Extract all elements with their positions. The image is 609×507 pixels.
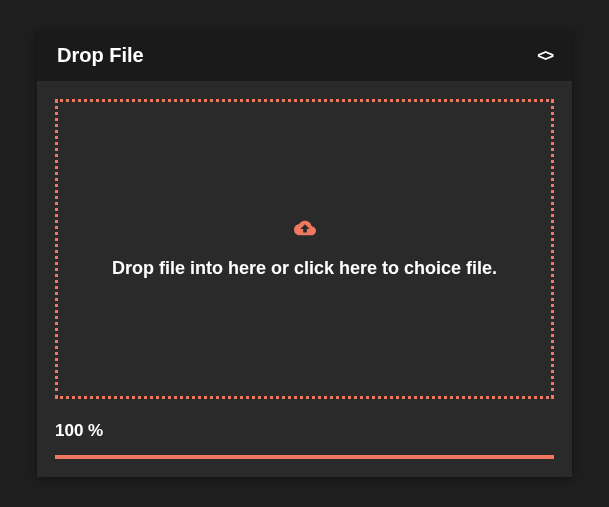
code-toggle-icon[interactable]: <> [537,47,552,65]
card-title: Drop File [57,44,144,67]
file-dropzone[interactable]: Drop file into here or click here to cho… [55,99,554,399]
progress-bar [55,455,554,459]
progress-label: 100 % [55,421,554,441]
progress-fill [55,455,554,459]
dropzone-text: Drop file into here or click here to cho… [112,258,497,279]
progress-section: 100 % [55,421,554,459]
cloud-upload-icon [294,220,316,240]
drop-file-card: Drop File <> Drop file into here or clic… [37,30,572,477]
card-header: Drop File <> [37,30,572,81]
card-body: Drop file into here or click here to cho… [37,81,572,477]
